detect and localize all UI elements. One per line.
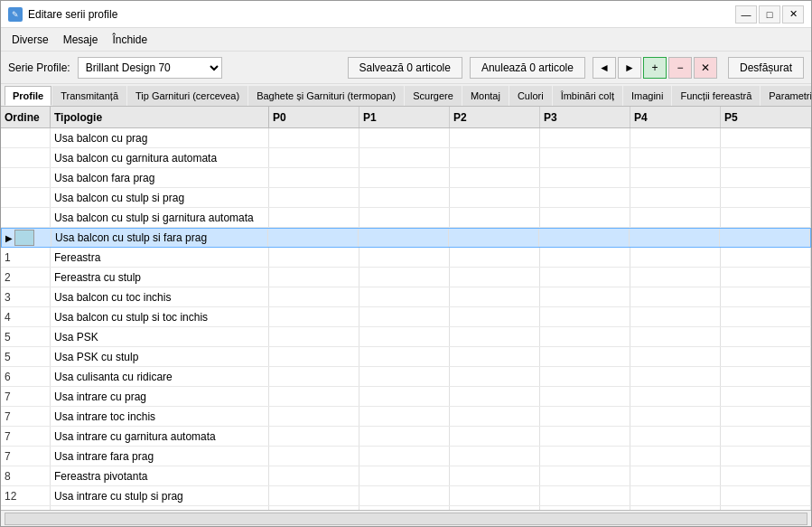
row-p3-cell xyxy=(540,486,630,505)
row-ordine-cell: 6 xyxy=(1,367,51,386)
row-p2-cell xyxy=(450,307,540,326)
row-tipologie-cell: Usa intrare toc inchis xyxy=(51,407,269,426)
row-p2-cell xyxy=(450,387,540,406)
tab-profile[interactable]: Profile xyxy=(5,86,51,106)
row-p5-cell xyxy=(721,486,811,505)
tab-imagini[interactable]: Imagini xyxy=(623,86,671,106)
nav-minus-button[interactable]: − xyxy=(668,57,692,79)
table-row[interactable]: 8Fereastra pivotanta xyxy=(1,466,811,486)
row-ordine-cell: 1 xyxy=(1,248,51,267)
row-p5-cell xyxy=(721,407,811,426)
table-row[interactable]: 6Usa culisanta cu ridicare xyxy=(1,367,811,387)
row-p3-cell xyxy=(540,407,630,426)
row-p0-cell xyxy=(269,208,359,227)
serie-profile-select[interactable]: Brillant Design 70 xyxy=(78,57,222,79)
row-ordine-value: 2 xyxy=(5,271,11,284)
tab-transmitanta[interactable]: Transmitanță xyxy=(52,86,126,106)
row-p4-cell xyxy=(630,268,721,287)
table-row[interactable]: 4Usa balcon cu stulp si toc inchis xyxy=(1,307,811,327)
table-row[interactable]: Usa balcon fara prag xyxy=(1,168,811,188)
nav-add-button[interactable]: + xyxy=(643,57,667,79)
table-row[interactable]: 3Usa balcon cu toc inchis xyxy=(1,287,811,307)
table-row[interactable]: Usa balcon cu stulp si garnitura automat… xyxy=(1,208,811,228)
row-p1-cell xyxy=(359,128,450,147)
row-tipologie-cell: Fereastra cu stulp xyxy=(51,268,269,287)
horizontal-scrollbar[interactable] xyxy=(5,513,807,525)
table-row[interactable]: 7Usa intrare fara prag xyxy=(1,447,811,466)
desfasurat-button[interactable]: Desfășurat xyxy=(728,57,804,79)
row-selected-arrow: ▶ xyxy=(5,233,13,243)
menu-inchide[interactable]: Închide xyxy=(105,31,154,49)
table-row[interactable]: 7Usa intrare cu prag xyxy=(1,387,811,407)
cancel-button[interactable]: Anulează 0 articole xyxy=(470,57,585,79)
tab-tip-garnituri[interactable]: Tip Garnituri (cercevea) xyxy=(127,86,247,106)
row-p3-cell xyxy=(540,466,630,485)
tab-imbinari[interactable]: Îmbinări colț xyxy=(553,86,622,106)
row-p2-cell xyxy=(450,447,540,466)
row-p2-cell xyxy=(450,367,540,386)
row-ordine-value: 3 xyxy=(5,291,11,304)
row-tipologie-cell: Fereastra pivotanta xyxy=(51,466,269,485)
table-row[interactable]: 12Usa intrare cu stulp si prag xyxy=(1,486,811,506)
menu-mesaje[interactable]: Mesaje xyxy=(56,31,106,49)
row-p5-cell xyxy=(721,466,811,485)
row-p0-cell xyxy=(269,128,359,147)
table-row[interactable]: 5Usa PSK xyxy=(1,327,811,347)
nav-prev-button[interactable]: ◄ xyxy=(593,57,616,79)
maximize-button[interactable]: □ xyxy=(759,5,780,24)
table-row[interactable]: 7Usa intrare cu garnitura automata xyxy=(1,427,811,447)
table-row[interactable]: Usa balcon cu prag xyxy=(1,128,811,148)
save-button[interactable]: Salvează 0 articole xyxy=(348,57,462,79)
col-header-tipologie: Tipologie xyxy=(51,107,269,127)
table-row[interactable]: Usa balcon cu garnitura automata xyxy=(1,148,811,168)
row-tipologie-cell: Usa balcon cu stulp si toc inchis xyxy=(51,307,269,326)
table-row[interactable]: 1Fereastra xyxy=(1,248,811,268)
row-p2-cell xyxy=(450,168,540,187)
row-p5-cell xyxy=(721,188,811,207)
row-p1-cell xyxy=(359,229,449,247)
col-header-p2: P2 xyxy=(450,107,540,127)
table-row[interactable]: 7Usa intrare toc inchis xyxy=(1,407,811,427)
row-tipologie-cell: Usa balcon cu prag xyxy=(51,128,269,147)
row-p4-cell xyxy=(630,367,721,386)
table-body[interactable]: Usa balcon cu pragUsa balcon cu garnitur… xyxy=(1,128,811,510)
row-tipologie-cell: Usa balcon fara prag xyxy=(51,168,269,187)
row-ordine-cell: ▶ xyxy=(2,229,51,247)
row-p0-cell xyxy=(269,148,359,167)
tab-montaj[interactable]: Montaj xyxy=(462,86,509,106)
table-row[interactable]: 5Usa PSK cu stulp xyxy=(1,347,811,367)
nav-close-button[interactable]: ✕ xyxy=(694,57,717,79)
row-p2-cell xyxy=(450,128,540,147)
row-p4-cell xyxy=(630,229,720,247)
tab-parametrii[interactable]: Parametrii Performanță xyxy=(761,86,811,106)
nav-next-button[interactable]: ► xyxy=(618,57,641,79)
row-p0-cell xyxy=(269,307,359,326)
tab-functii[interactable]: Funcții fereastră xyxy=(672,86,760,106)
row-p0-cell xyxy=(269,287,359,306)
row-p2-cell xyxy=(450,347,540,366)
nav-controls: ◄ ► + − ✕ xyxy=(593,57,717,79)
tab-scurgere[interactable]: Scurgere xyxy=(405,86,462,106)
tab-baghete[interactable]: Baghete și Garnituri (termopan) xyxy=(248,86,404,106)
table-row[interactable]: ▶Usa balcon cu stulp si fara prag xyxy=(1,228,811,248)
row-p0-cell xyxy=(269,407,359,426)
close-button[interactable]: ✕ xyxy=(782,5,804,24)
title-bar: ✎ Editare serii profile — □ ✕ xyxy=(1,1,811,28)
horizontal-scrollbar-area xyxy=(1,510,811,526)
row-p5-cell xyxy=(721,387,811,406)
row-tipologie-cell: Usa culisanta cu ridicare xyxy=(51,367,269,386)
row-p2-cell xyxy=(450,148,540,167)
row-tipologie-cell: Usa intrare cu garnitura automata xyxy=(51,427,269,446)
row-tipologie-cell: Usa PSK xyxy=(51,327,269,346)
tab-culori[interactable]: Culori xyxy=(509,86,552,106)
table-row[interactable]: 2Fereastra cu stulp xyxy=(1,268,811,287)
minimize-button[interactable]: — xyxy=(735,5,757,24)
tabs-bar: Profile Transmitanță Tip Garnituri (cerc… xyxy=(1,84,811,107)
menu-diverse[interactable]: Diverse xyxy=(5,31,56,49)
row-p1-cell xyxy=(359,327,450,346)
table-row[interactable]: Usa balcon cu stulp si prag xyxy=(1,188,811,208)
row-p0-cell xyxy=(269,466,359,485)
row-p3-cell xyxy=(540,168,630,187)
row-p0-cell xyxy=(269,168,359,187)
row-ordine-value: 7 xyxy=(5,450,11,463)
